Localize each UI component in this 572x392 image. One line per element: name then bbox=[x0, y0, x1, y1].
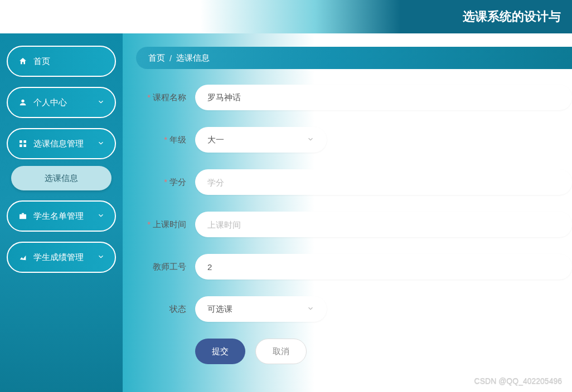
svg-rect-3 bbox=[20, 144, 22, 147]
chart-icon bbox=[18, 252, 28, 262]
chevron-down-icon bbox=[307, 135, 314, 145]
select-status-value: 可选课 bbox=[207, 304, 232, 315]
user-icon bbox=[18, 97, 28, 107]
label-teacher-id: 教师工号 bbox=[136, 262, 186, 272]
select-grade-value: 大一 bbox=[207, 135, 224, 145]
chevron-down-icon bbox=[97, 253, 105, 262]
sidebar-item-student-grades[interactable]: 学生成绩管理 bbox=[7, 242, 116, 273]
course-form: 课程名称 年级 大一 学分 上课时间 bbox=[136, 85, 572, 364]
sidebar-item-label: 首页 bbox=[33, 56, 50, 67]
svg-rect-5 bbox=[20, 214, 26, 219]
sidebar-item-label: 个人中心 bbox=[33, 97, 67, 108]
select-grade[interactable]: 大一 bbox=[195, 127, 327, 153]
chevron-down-icon bbox=[97, 212, 105, 221]
chevron-down-icon bbox=[307, 305, 314, 314]
breadcrumb-current: 选课信息 bbox=[176, 53, 210, 63]
main-content: 首页 / 选课信息 课程名称 年级 大一 学分 bbox=[123, 33, 572, 392]
input-class-time[interactable] bbox=[195, 212, 572, 237]
label-class-time: 上课时间 bbox=[136, 219, 186, 230]
label-grade: 年级 bbox=[136, 135, 186, 145]
sidebar-item-label: 学生成绩管理 bbox=[33, 252, 84, 263]
sidebar: 首页 个人中心 选课信息管理 选课信息 bbox=[0, 33, 123, 392]
breadcrumb: 首页 / 选课信息 bbox=[136, 47, 572, 69]
home-icon bbox=[18, 56, 28, 66]
breadcrumb-separator: / bbox=[169, 53, 172, 63]
label-credit: 学分 bbox=[136, 177, 186, 188]
input-course-name[interactable] bbox=[195, 85, 572, 110]
label-status: 状态 bbox=[136, 304, 186, 315]
sidebar-subitem-course-info[interactable]: 选课信息 bbox=[11, 166, 112, 190]
input-credit[interactable] bbox=[195, 169, 572, 195]
sidebar-item-profile[interactable]: 个人中心 bbox=[7, 87, 116, 118]
svg-rect-4 bbox=[23, 144, 26, 147]
sidebar-item-home[interactable]: 首页 bbox=[7, 46, 116, 77]
grid-icon bbox=[18, 139, 28, 149]
app-title: 选课系统的设计与 bbox=[463, 8, 561, 25]
sidebar-item-label: 选课信息管理 bbox=[33, 139, 84, 149]
submit-button[interactable]: 提交 bbox=[195, 339, 245, 364]
sidebar-item-course-mgmt[interactable]: 选课信息管理 bbox=[7, 128, 116, 159]
svg-rect-1 bbox=[20, 140, 22, 143]
sidebar-item-label: 学生名单管理 bbox=[33, 211, 84, 222]
chevron-down-icon bbox=[97, 139, 105, 149]
label-course-name: 课程名称 bbox=[136, 92, 186, 103]
input-teacher-id[interactable] bbox=[195, 254, 572, 280]
svg-point-0 bbox=[21, 100, 24, 102]
watermark: CSDN @QQ_402205496 bbox=[474, 376, 562, 385]
app-header: 选课系统的设计与 bbox=[0, 0, 572, 33]
svg-rect-2 bbox=[23, 140, 26, 143]
briefcase-icon bbox=[18, 211, 28, 221]
breadcrumb-home[interactable]: 首页 bbox=[148, 53, 165, 63]
sidebar-item-student-list[interactable]: 学生名单管理 bbox=[7, 200, 116, 232]
select-status[interactable]: 可选课 bbox=[195, 296, 327, 322]
sidebar-subitem-label: 选课信息 bbox=[45, 173, 78, 184]
cancel-button[interactable]: 取消 bbox=[255, 339, 307, 364]
chevron-down-icon bbox=[97, 98, 105, 107]
